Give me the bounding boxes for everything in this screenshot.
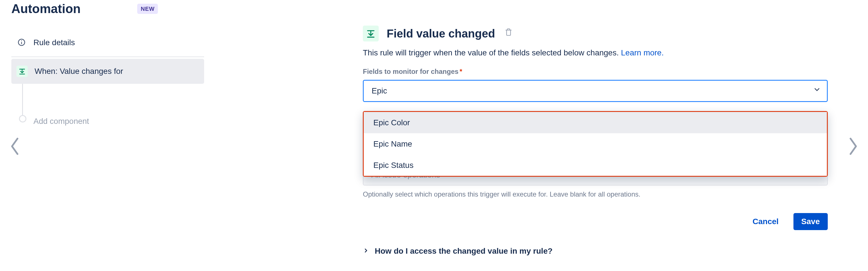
prev-image-chevron[interactable] [8,136,22,156]
required-asterisk: * [460,67,462,75]
page-title: Automation [11,0,81,18]
dropdown-option[interactable]: Epic Name [364,133,827,155]
help-expander[interactable]: How do I access the changed value in my … [363,245,828,256]
dropdown-option[interactable]: Epic Color [364,112,827,133]
nav-rule-details-label: Rule details [33,37,75,48]
section-description-text: This rule will trigger when the value of… [363,48,621,57]
trigger-icon [363,26,379,42]
svg-point-2 [21,40,22,41]
fields-to-monitor-value: Epic [372,85,387,96]
chevron-down-icon [813,85,821,96]
trigger-icon [17,65,28,77]
section-title: Field value changed [387,26,495,42]
dropdown-option[interactable]: Epic Status [364,155,827,176]
fields-dropdown: Epic Color Epic Name Epic Status [363,111,828,177]
dropdown-option-label: Epic Status [373,161,413,170]
chevron-right-icon [363,245,369,256]
cancel-button[interactable]: Cancel [745,213,787,230]
delete-trigger-button[interactable] [504,28,513,39]
connector-line [22,84,204,121]
fields-to-monitor-label: Fields to monitor for changes* [363,67,828,76]
save-button[interactable]: Save [794,213,828,230]
nav-separator [11,57,204,57]
fields-to-monitor-select[interactable]: Epic [363,80,828,102]
dropdown-highlight-annotation: Epic Color Epic Name Epic Status [363,111,828,177]
dropdown-option-label: Epic Name [373,139,412,148]
next-image-chevron[interactable] [846,136,860,156]
nav-trigger-item[interactable]: When: Value changes for [11,59,204,84]
nav-trigger-label: When: Value changes for [35,65,123,77]
new-badge: NEW [137,4,158,14]
section-description: This rule will trigger when the value of… [363,47,828,58]
dropdown-option-label: Epic Color [373,118,410,127]
help-expander-label: How do I access the changed value in my … [375,245,553,256]
info-icon [17,37,27,48]
nav-rule-details[interactable]: Rule details [11,30,204,55]
learn-more-link[interactable]: Learn more. [621,48,664,57]
operations-help-text: Optionally select which operations this … [363,189,828,199]
connector-dot [19,115,26,123]
